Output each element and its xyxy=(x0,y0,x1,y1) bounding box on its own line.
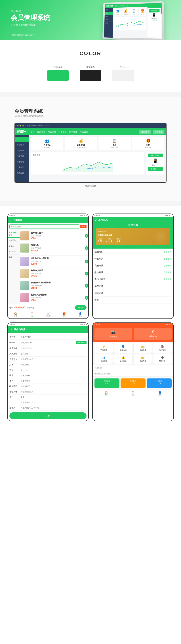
register-btn[interactable]: 注册 xyxy=(10,412,87,419)
input-nickname[interactable] xyxy=(21,374,87,376)
phone3-back-btn[interactable]: 〈 xyxy=(10,328,12,331)
nav-item-home[interactable]: 首页 xyxy=(30,130,34,133)
level-arrow[interactable]: › xyxy=(86,348,87,349)
nav-item-report[interactable]: 报表统计 xyxy=(69,130,77,133)
product-item-1: 暖肾通络理疗 积分: 540积分 ¥500 + xyxy=(20,230,88,242)
phone1-body: 美容系列(14) 服务系列 护肤品 发型年卡 彩妆 暖肾通络理疗 积分: 540… xyxy=(8,230,88,304)
pc-nav-items[interactable]: 首页 会员管理 商品管理 订单管理 报表统计 系统设置 xyxy=(30,130,88,133)
pc-account-btn[interactable]: 账号设置 xyxy=(153,130,164,134)
store-arrow[interactable]: › xyxy=(86,353,87,355)
mgmt-title-cn: 会员管理系统 xyxy=(15,108,166,114)
menu-card-info[interactable]: 会员卡信息 点击进入 xyxy=(94,276,171,283)
category-active[interactable]: 美容系列(14) xyxy=(8,230,20,238)
pos-consume-btn[interactable]: ¥ 消费收钱 xyxy=(134,328,171,340)
total-price: ¥ 268.00 xyxy=(15,306,25,309)
category-hair[interactable]: 发型年卡 xyxy=(8,249,20,254)
category-makeup[interactable]: 彩妆 xyxy=(8,254,20,260)
nav-item-setting[interactable]: 系统设置 xyxy=(80,130,88,133)
pc-logout-btn[interactable]: 退出登录 xyxy=(139,130,151,134)
phone1-products: 暖肾通络理疗 积分: 540积分 ¥500 + 精油浴足 积分: 300积分 ¥… xyxy=(20,230,88,304)
phone1-close-icon[interactable]: ✕ xyxy=(10,219,12,222)
stat-count-consume[interactable]: 📊 计次消费 xyxy=(94,354,113,364)
input-phone[interactable] xyxy=(21,336,87,338)
pos-more-label: 更多功能 xyxy=(93,366,173,371)
pos-quick-btns: ⚡ 快速消费 👤 新增会员 💳 会员管理 🛍️ 商品管理 xyxy=(93,342,173,354)
stat-coupon[interactable]: 优惠券 查看 xyxy=(116,238,121,243)
phone1-bottom-nav: 🏠首页 📋分类 🛒购物车 🎁礼品 👤我的 xyxy=(8,311,88,318)
sidebar-item-store[interactable]: 门店管理 xyxy=(15,165,29,170)
bottom-nav-category[interactable]: 📋分类 xyxy=(24,311,40,318)
quick-btn-fast-consume[interactable]: ⚡ 快速消费 xyxy=(94,344,113,352)
pos-nav-me[interactable]: 👤我的 xyxy=(146,390,173,398)
bottom-nav-gift[interactable]: 🎁礼品 xyxy=(56,311,72,318)
phone2-close-icon[interactable]: ✕ xyxy=(94,218,97,222)
bottom-nav-cart[interactable]: 🛒购物车 xyxy=(40,311,56,318)
category-prod[interactable]: 护肤品 xyxy=(8,243,20,249)
nav-item-product[interactable]: 商品管理 xyxy=(48,130,56,133)
pc-nav-right: 退出登录 账号设置 xyxy=(139,130,164,134)
sidebar-item-finance[interactable]: 财务管理 xyxy=(15,159,29,165)
sidebar-item-member[interactable]: 会员管理 xyxy=(15,142,29,148)
stat-member-recharge[interactable]: 💰 会员充值 xyxy=(114,354,132,364)
product-add-btn-3[interactable]: + xyxy=(85,260,88,264)
menu-appointment[interactable]: 我的预约 点击进入 xyxy=(94,248,171,256)
sidebar-item-order[interactable]: 订单管理 xyxy=(15,154,29,159)
pc-caption: PC管理系统 xyxy=(15,183,166,190)
input-password[interactable] xyxy=(21,380,87,382)
birthday-arrow[interactable]: › xyxy=(86,396,87,398)
bottom-nav-me[interactable]: 👤我的 xyxy=(72,311,88,318)
swatch-box-light xyxy=(112,70,134,81)
staff-arrow[interactable]: › xyxy=(86,358,87,360)
input-referrer[interactable] xyxy=(21,407,87,409)
phone1-more[interactable]: ··· xyxy=(85,219,87,221)
verify-btn[interactable]: 获取验证码 xyxy=(76,341,87,344)
input-confirm-pwd[interactable] xyxy=(21,385,87,387)
menu-recharge-record[interactable]: 储值记录 › xyxy=(94,290,171,296)
product-add-btn-5[interactable]: + xyxy=(85,284,88,288)
input-verify[interactable] xyxy=(21,342,75,344)
sales-card-yesterday: 昨日收款 0.00 ↑ xyxy=(147,378,171,388)
gender-male[interactable]: 男 xyxy=(21,369,23,372)
product-add-btn-6[interactable]: + xyxy=(85,296,88,300)
pos-nav-order[interactable]: 📋订单 xyxy=(120,390,147,398)
product-add-btn-2[interactable]: + xyxy=(85,246,88,250)
nav-item-order[interactable]: 订单管理 xyxy=(59,130,66,133)
pos-nav-home[interactable]: 🏠首页 xyxy=(93,390,120,398)
product-add-btn-1[interactable]: + xyxy=(85,234,88,238)
checkout-btn[interactable]: 去结算 xyxy=(75,305,87,310)
gender-female[interactable]: 女 xyxy=(25,369,27,372)
sidebar-item-product[interactable]: 商品管理 xyxy=(15,148,29,154)
pos-scan-btn[interactable]: 📷 扫码收款 xyxy=(94,328,132,340)
member-card: VIP会员卡 18986882698 积分 0.00 余额 2.00元 优惠券 xyxy=(96,228,170,245)
stat-member-recharge2[interactable]: 💳 会员充值 xyxy=(134,354,152,364)
input-name[interactable] xyxy=(21,364,87,366)
bottom-nav-home[interactable]: 🏠首页 xyxy=(8,311,24,318)
product-add-btn-4[interactable]: + xyxy=(85,272,88,276)
register-form: 手机号 验证码 获取验证码 会员等级 选择会员等级 › 所属店铺 选择店铺 › xyxy=(8,333,88,421)
sidebar-item-setting[interactable]: 系统设置 xyxy=(15,170,29,176)
stat-add-points[interactable]: ➕ 加减积分 xyxy=(153,354,171,364)
phone1-statusbar: 中国移动 99% 11:17 xyxy=(8,214,88,217)
menu-count-account[interactable]: 计次账户 点击进入 xyxy=(94,256,171,262)
menu-setting[interactable]: 设置 › xyxy=(94,296,171,304)
product-img-6 xyxy=(20,293,29,302)
consume-label: 消费收钱 xyxy=(149,335,157,338)
phone2-more[interactable]: ··· xyxy=(170,219,171,222)
pc-charts-row: 营业统计 微信会员卡 📱 扫码支付 微信支付 >> xyxy=(31,152,164,174)
sidebar-item-home[interactable]: 首页 xyxy=(15,137,29,142)
menu-wechat-shop[interactable]: 微信商城 点击进入 xyxy=(94,269,171,276)
color-title: COLOR xyxy=(15,50,166,56)
nav-item-member[interactable]: 会员管理 xyxy=(37,130,45,133)
product-item-5: 肩颈腰椎疼痛护理套餐 积分: 4200积分 ¥1699 + xyxy=(20,280,88,292)
phone1-search-btn[interactable]: 搜索 xyxy=(80,225,87,228)
quick-btn-member-mgmt[interactable]: 💳 会员管理 xyxy=(134,344,152,352)
quick-btn-product-mgmt[interactable]: 🛍️ 商品管理 xyxy=(153,344,171,352)
menu-consume-record[interactable]: 消费记录 › xyxy=(94,283,171,290)
menu-recommend[interactable]: 我的推荐 点击进入 xyxy=(94,262,171,269)
quick-btn-new-member[interactable]: 👤 新增会员 xyxy=(114,344,132,352)
member-mgmt-icon: 💳 xyxy=(134,345,151,348)
pc-url-bar: http://www.anliyifu.com/admin xyxy=(27,125,51,127)
phone1-header: ✕ 分类列表 ··· xyxy=(8,217,88,223)
category-skin[interactable]: 服务系列 xyxy=(8,238,20,243)
phone1-search-input[interactable] xyxy=(10,224,79,229)
